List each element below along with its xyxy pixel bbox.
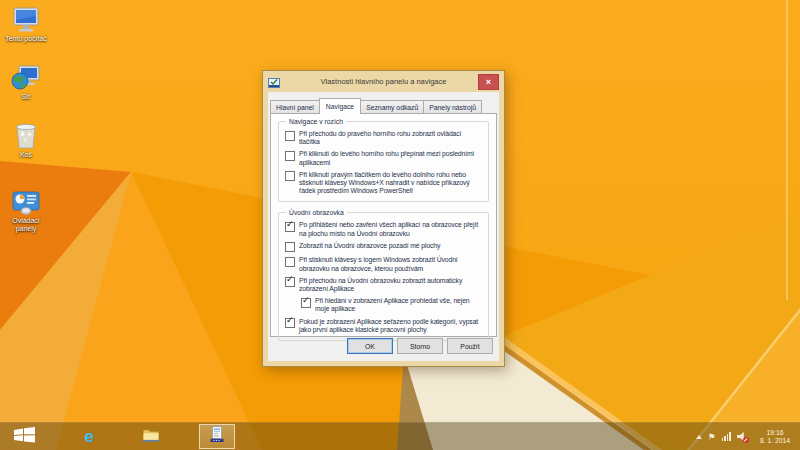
mute-badge (743, 437, 749, 443)
taskbar-item-taskbar-properties[interactable] (199, 424, 235, 449)
computer-icon (11, 4, 41, 34)
taskbar-item-internet-explorer[interactable]: e (74, 424, 104, 449)
checkbox-row[interactable]: ✓Pokud je zobrazení Aplikace seřazeno po… (285, 318, 482, 334)
dialog-buttons: OKStornoPoužít (347, 338, 493, 354)
checkbox-row[interactable]: Při přechodu do pravého horního rohu zob… (285, 130, 482, 146)
tab-panely-nastroju[interactable]: Panely nástrojů (423, 100, 482, 113)
network-globe-icon (11, 62, 41, 92)
tab-strip: Hlavní panelNavigaceSeznamy odkazůPanely… (270, 98, 497, 113)
groupbox-navigace-v-rozich: Navigace v rozíchPři přechodu do pravého… (278, 121, 489, 202)
checkmark-icon: ✓ (286, 316, 294, 325)
checkbox-row[interactable]: ✓Při hledání v zobrazení Aplikace prohle… (301, 297, 482, 313)
start-button[interactable] (6, 424, 44, 449)
checkbox-label: Při přechodu na Úvodní obrazovku zobrazi… (299, 277, 482, 293)
taskbar-properties-window-icon (209, 426, 225, 447)
properties-dialog: Vlastnosti hlavního panelu a navigace × … (262, 70, 505, 367)
dialog-client-area: Hlavní panelNavigaceSeznamy odkazůPanely… (268, 92, 499, 361)
storno-button[interactable]: Storno (397, 338, 443, 354)
groupbox-uvodni-obrazovka: Úvodní obrazovka✓Po přihlášení nebo zavř… (278, 212, 489, 341)
checkmark-icon: ✓ (286, 275, 294, 284)
desktop: Tento počítač Síť Koš Ovládací panely (0, 0, 800, 450)
checkbox-label: Zobrazit na Úvodní obrazovce pozadí mé p… (299, 242, 440, 250)
desktop-icon-recycle-bin[interactable]: Koš (3, 120, 49, 159)
close-button[interactable]: × (478, 74, 499, 90)
checkbox[interactable] (285, 242, 295, 252)
network-signal-icon[interactable] (722, 432, 731, 441)
taskbar-properties-icon (268, 75, 280, 87)
taskbar-item-file-explorer[interactable] (136, 424, 166, 449)
pouzit-button[interactable]: Použít (447, 338, 493, 354)
checkbox-label: Při přechodu do pravého horního rohu zob… (299, 130, 482, 146)
checkbox-label: Při hledání v zobrazení Aplikace prohled… (315, 297, 482, 313)
checkbox[interactable]: ✓ (301, 298, 311, 308)
volume-muted-icon[interactable] (737, 432, 747, 441)
desktop-icon-this-pc[interactable]: Tento počítač (3, 4, 49, 43)
checkbox-row[interactable]: Při kliknutí pravým tlačítkem do levého … (285, 171, 482, 196)
checkbox[interactable] (285, 171, 295, 181)
action-center-flag-icon[interactable]: ⚑ (708, 432, 716, 442)
checkbox-row[interactable]: ✓Při přechodu na Úvodní obrazovku zobraz… (285, 277, 482, 293)
checkbox-label: Při stisknutí klávesy s logem Windows zo… (299, 256, 482, 272)
checkbox-label: Při kliknutí do levého horního rohu přep… (299, 150, 482, 166)
tab-hlavni-panel[interactable]: Hlavní panel (270, 100, 320, 113)
checkbox-row[interactable]: ✓Po přihlášení nebo zavření všech aplika… (285, 221, 482, 237)
checkbox[interactable] (285, 151, 295, 161)
checkbox-label: Při kliknutí pravým tlačítkem do levého … (299, 171, 482, 196)
checkbox-label: Po přihlášení nebo zavření všech aplikac… (299, 221, 482, 237)
clock-date: 8. 1. 2014 (753, 437, 797, 445)
system-tray: ⚑ 19:16 8. 1. 2014 (696, 423, 797, 450)
checkbox-label: Pokud je zobrazení Aplikace seřazeno pod… (299, 318, 482, 334)
checkbox[interactable]: ✓ (285, 222, 295, 232)
dialog-title: Vlastnosti hlavního panelu a navigace (263, 71, 504, 92)
checkbox[interactable] (285, 257, 295, 267)
desktop-icon-label: Ovládací panely (3, 217, 49, 233)
ok-button[interactable]: OK (347, 338, 393, 354)
internet-explorer-icon: e (84, 428, 93, 445)
desktop-icon-label: Tento počítač (5, 35, 47, 43)
taskbar-clock[interactable]: 19:16 8. 1. 2014 (753, 429, 797, 445)
tab-seznamy-odkazu[interactable]: Seznamy odkazů (360, 100, 424, 113)
checkmark-icon: ✓ (286, 220, 294, 229)
folder-icon (142, 427, 160, 446)
checkbox[interactable]: ✓ (285, 277, 295, 287)
checkbox[interactable] (285, 131, 295, 141)
checkmark-icon: ✓ (302, 296, 310, 305)
desktop-icon-label: Koš (20, 151, 32, 159)
tab-page-navigace: Navigace v rozíchPři přechodu do pravého… (270, 113, 497, 337)
taskbar: e (0, 422, 800, 450)
control-panel-icon (11, 186, 41, 216)
checkbox[interactable]: ✓ (285, 318, 295, 328)
desktop-icon-control-panel[interactable]: Ovládací panely (3, 186, 49, 233)
checkbox-row[interactable]: Při kliknutí do levého horního rohu přep… (285, 150, 482, 166)
recycle-bin-icon (13, 120, 39, 150)
group-title: Navigace v rozích (286, 118, 346, 126)
clock-time: 19:16 (753, 429, 797, 437)
group-title: Úvodní obrazovka (286, 209, 347, 217)
windows-logo-icon (14, 427, 36, 447)
show-hidden-icons-button[interactable] (696, 435, 702, 439)
dialog-titlebar[interactable]: Vlastnosti hlavního panelu a navigace × (263, 71, 504, 92)
desktop-icon-network[interactable]: Síť (3, 62, 49, 101)
checkbox-row[interactable]: Při stisknutí klávesy s logem Windows zo… (285, 256, 482, 272)
desktop-icon-label: Síť (21, 93, 30, 101)
tab-navigace[interactable]: Navigace (319, 98, 361, 114)
checkbox-row[interactable]: Zobrazit na Úvodní obrazovce pozadí mé p… (285, 242, 482, 253)
